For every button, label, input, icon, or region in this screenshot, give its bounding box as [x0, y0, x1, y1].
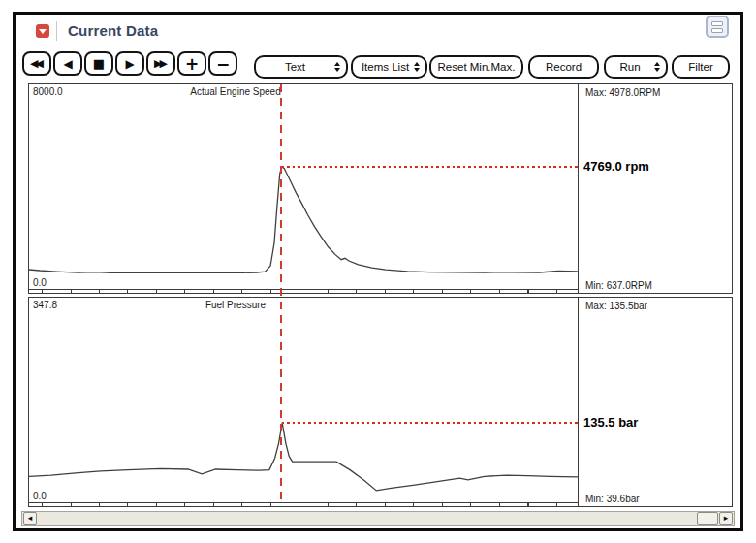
y-axis-top-label: 347.8 — [33, 300, 57, 310]
x-axis-ticks — [42, 503, 578, 507]
tile-windows-button[interactable] — [706, 16, 729, 38]
engine-speed-curve — [29, 84, 578, 289]
play-button[interactable]: ▶ — [115, 51, 144, 76]
cursor-value-dotted-line — [282, 166, 578, 168]
popup-arrows-icon — [654, 62, 660, 72]
max-value-label: Max: 135.5bar — [585, 301, 647, 311]
stop-square-icon: ■ — [93, 56, 105, 71]
scrollbar-thumb[interactable] — [697, 512, 718, 525]
left-triangle-icon: ◀ — [63, 57, 72, 71]
y-axis-bottom-label: 0.0 — [33, 491, 47, 501]
header-divider — [56, 21, 57, 41]
chevron-down-icon — [39, 29, 47, 34]
engine-speed-info-column: Max: 4978.0RPM 4769.0 rpm Min: 637.0RPM — [579, 84, 732, 293]
rewind-button[interactable]: ◀◀ — [22, 51, 51, 76]
cursor-value-label: 135.5 bar — [583, 415, 638, 430]
fuel-pressure-curve — [29, 298, 578, 502]
zoom-in-button[interactable]: + — [177, 51, 206, 76]
engine-speed-plot-area[interactable]: 8000.0 Actual Engine Speed 0.0 — [29, 84, 578, 293]
horizontal-scrollbar[interactable]: ◂ ▸ — [21, 511, 735, 526]
record-label: Record — [546, 61, 582, 73]
time-cursor-line[interactable] — [280, 84, 282, 502]
run-popup-label: Run — [612, 61, 648, 73]
transport-controls: ◀◀ ◀ ■ ▶ ▶▶ + − — [22, 51, 237, 76]
popup-arrows-icon — [334, 62, 340, 72]
fast-forward-button[interactable]: ▶▶ — [146, 51, 175, 76]
filter-button[interactable]: Filter — [672, 55, 730, 79]
fuel-pressure-plot-area[interactable]: 347.8 Fuel Pressure 0.0 — [29, 298, 578, 506]
stop-button[interactable]: ■ — [84, 51, 113, 76]
left-arrow-icon: ◂ — [28, 514, 33, 523]
run-popup[interactable]: Run — [604, 55, 668, 79]
chart-panel-engine-speed: 8000.0 Actual Engine Speed 0.0 Max: 4978… — [28, 83, 733, 294]
y-axis-top-label: 8000.0 — [33, 86, 63, 97]
tile-windows-icon — [711, 21, 723, 26]
y-axis-bottom-label: 0.0 — [33, 277, 47, 288]
right-triangle-icon: ▶ — [125, 57, 134, 71]
reset-minmax-label: Reset Min.Max. — [438, 61, 516, 73]
items-list-popup[interactable]: Items List — [351, 55, 427, 79]
cursor-value-dotted-line — [282, 422, 578, 424]
tile-windows-icon — [711, 28, 723, 33]
window-title: Current Data — [68, 22, 158, 39]
x-axis-ticks — [42, 290, 578, 294]
zoom-out-button[interactable]: − — [208, 51, 237, 76]
reset-minmax-button[interactable]: Reset Min.Max. — [429, 55, 523, 79]
min-value-label: Min: 637.0RPM — [585, 280, 652, 291]
chart-panel-fuel-pressure: 347.8 Fuel Pressure 0.0 Max: 135.5bar 13… — [28, 297, 733, 507]
step-back-button[interactable]: ◀ — [53, 51, 82, 76]
fuel-pressure-info-column: Max: 135.5bar 135.5 bar Min: 39.6bar — [579, 298, 732, 506]
header-separator — [21, 48, 700, 48]
filter-label: Filter — [688, 61, 713, 73]
max-value-label: Max: 4978.0RPM — [585, 87, 660, 98]
plus-icon: + — [185, 54, 199, 74]
min-value-label: Min: 39.6bar — [585, 494, 640, 504]
scroll-right-button[interactable]: ▸ — [719, 512, 733, 525]
scroll-left-button[interactable]: ◂ — [23, 512, 37, 525]
text-mode-popup[interactable]: Text — [254, 55, 348, 79]
record-button[interactable]: Record — [528, 55, 599, 79]
popup-arrows-icon — [414, 62, 420, 72]
minus-icon: − — [216, 54, 230, 74]
text-mode-popup-label: Text — [262, 61, 329, 73]
current-data-window: Current Data ◀◀ ◀ ■ ▶ ▶▶ + − Text Items … — [13, 12, 743, 531]
cursor-value-label: 4769.0 rpm — [583, 159, 649, 174]
collapse-chevron-icon[interactable] — [36, 24, 49, 38]
chart-title: Fuel Pressure — [114, 300, 357, 310]
chart-title: Actual Engine Speed — [114, 86, 357, 97]
right-arrow-icon: ▸ — [724, 514, 729, 523]
fast-forward-icon: ▶▶ — [154, 57, 165, 70]
items-list-popup-label: Items List — [359, 61, 412, 73]
rewind-icon: ◀◀ — [30, 57, 41, 70]
